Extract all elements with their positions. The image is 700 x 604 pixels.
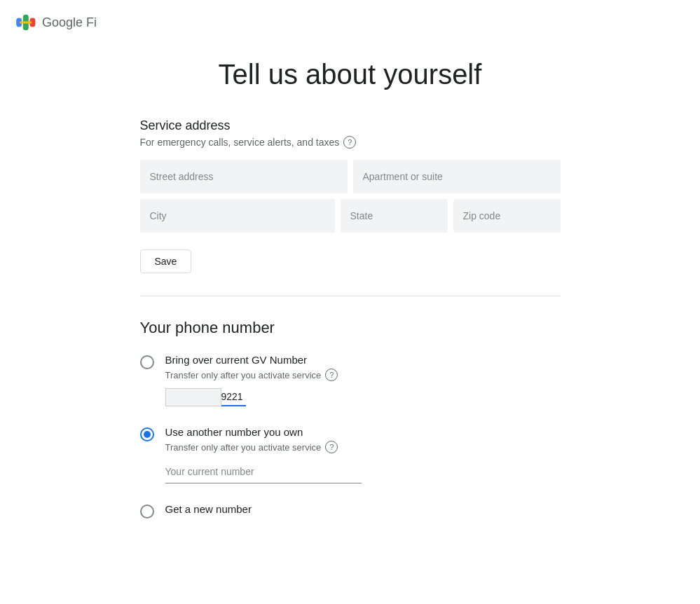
gv-number-suffix: 9221 [221, 388, 246, 406]
radio-get-new[interactable] [140, 505, 154, 519]
service-address-help-icon[interactable]: ? [343, 136, 356, 149]
section-divider [140, 296, 561, 296]
street-address-input[interactable] [140, 160, 348, 193]
radio-use-another-sublabel: Transfer only after you activate service… [165, 441, 561, 453]
logo-wrapper: Google Fi [14, 11, 97, 34]
service-address-subtitle: For emergency calls, service alerts, and… [140, 136, 561, 149]
city-input[interactable] [140, 199, 335, 233]
radio-bring-gv-sublabel: Transfer only after you activate service… [165, 369, 561, 381]
state-input[interactable] [341, 199, 448, 233]
radio-use-another-content: Use another number you own Transfer only… [165, 426, 561, 483]
header: Google Fi [0, 0, 700, 45]
radio-bring-gv-label: Bring over current GV Number [165, 354, 561, 366]
radio-get-new-content: Get a new number [165, 503, 561, 518]
google-fi-logo-icon [14, 11, 36, 34]
logo-text: Google Fi [42, 15, 97, 30]
phone-number-section: Your phone number Bring over current GV … [140, 319, 561, 519]
current-number-input[interactable] [165, 460, 362, 483]
zip-input[interactable] [453, 199, 561, 233]
main-content: Tell us about yourself Service address F… [0, 45, 700, 569]
radio-bring-gv[interactable] [140, 355, 154, 369]
use-another-help-icon[interactable]: ? [325, 441, 338, 453]
radio-option-get-new: Get a new number [140, 503, 561, 519]
gv-number-prefix-box[interactable] [165, 388, 221, 406]
form-container: Service address For emergency calls, ser… [140, 118, 561, 541]
apt-suite-input[interactable] [353, 160, 561, 193]
radio-option-use-another: Use another number you own Transfer only… [140, 426, 561, 483]
radio-option-bring-gv: Bring over current GV Number Transfer on… [140, 354, 561, 406]
svg-rect-3 [20, 21, 32, 23]
phone-section-title: Your phone number [140, 319, 561, 337]
radio-get-new-label: Get a new number [165, 503, 561, 515]
gv-number-box: 9221 [165, 388, 561, 406]
save-button[interactable]: Save [140, 249, 192, 273]
address-row-1 [140, 160, 561, 193]
service-address-title: Service address [140, 118, 561, 133]
radio-bring-gv-content: Bring over current GV Number Transfer on… [165, 354, 561, 406]
radio-use-another[interactable] [140, 427, 154, 441]
radio-use-another-label: Use another number you own [165, 426, 561, 438]
address-row-2 [140, 199, 561, 233]
radio-inner-dot [144, 431, 151, 438]
service-address-section: Service address For emergency calls, ser… [140, 118, 561, 273]
bring-gv-help-icon[interactable]: ? [325, 369, 338, 381]
page-title: Tell us about yourself [219, 59, 482, 90]
